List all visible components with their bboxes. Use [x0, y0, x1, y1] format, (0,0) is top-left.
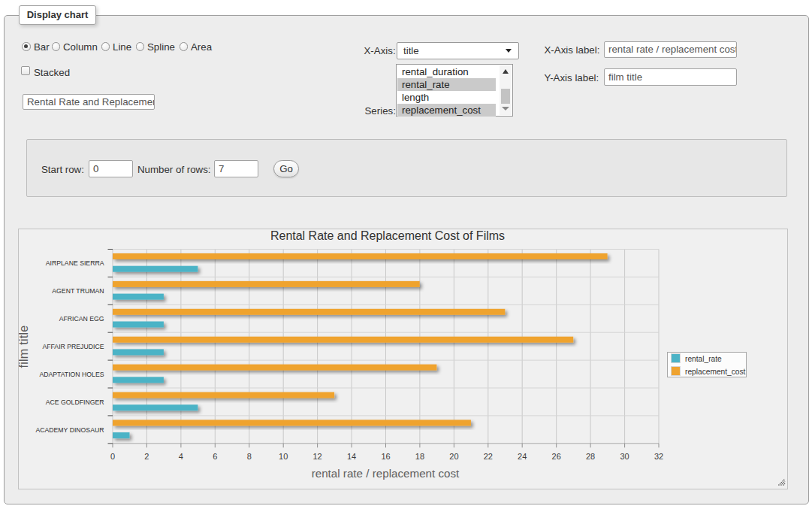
svg-text:26: 26 — [552, 452, 561, 461]
svg-text:20: 20 — [449, 452, 458, 461]
svg-text:AFFAIR PREJUDICE: AFFAIR PREJUDICE — [42, 343, 104, 350]
svg-text:16: 16 — [381, 452, 390, 461]
svg-text:18: 18 — [415, 452, 424, 461]
svg-text:AIRPLANE SIERRA: AIRPLANE SIERRA — [46, 259, 104, 267]
svg-text:film title: film title — [19, 325, 30, 368]
svg-text:ADAPTATION HOLES: ADAPTATION HOLES — [39, 371, 104, 378]
svg-text:ACE GOLDFINGER: ACE GOLDFINGER — [46, 398, 104, 406]
svg-text:28: 28 — [586, 452, 595, 461]
svg-text:8: 8 — [247, 452, 252, 461]
svg-text:AGENT TRUMAN: AGENT TRUMAN — [52, 287, 104, 295]
svg-text:6: 6 — [213, 452, 217, 461]
svg-text:22: 22 — [484, 452, 493, 461]
svg-text:AFRICAN EGG: AFRICAN EGG — [59, 315, 104, 323]
svg-text:rental_rate: rental_rate — [685, 355, 722, 363]
svg-text:0: 0 — [110, 452, 115, 461]
svg-text:12: 12 — [312, 452, 321, 461]
svg-text:14: 14 — [347, 452, 356, 461]
svg-text:ACADEMY DINOSAUR: ACADEMY DINOSAUR — [35, 426, 104, 434]
svg-text:24: 24 — [518, 452, 527, 461]
svg-text:32: 32 — [654, 452, 663, 461]
svg-text:rental rate / replacement cost: rental rate / replacement cost — [312, 467, 460, 480]
svg-text:4: 4 — [179, 452, 183, 461]
svg-text:Rental Rate and Replacement Co: Rental Rate and Replacement Cost of Film… — [270, 229, 505, 242]
svg-text:10: 10 — [279, 452, 288, 461]
svg-text:replacement_cost: replacement_cost — [685, 368, 746, 376]
svg-text:30: 30 — [620, 452, 629, 461]
svg-text:2: 2 — [144, 452, 149, 461]
